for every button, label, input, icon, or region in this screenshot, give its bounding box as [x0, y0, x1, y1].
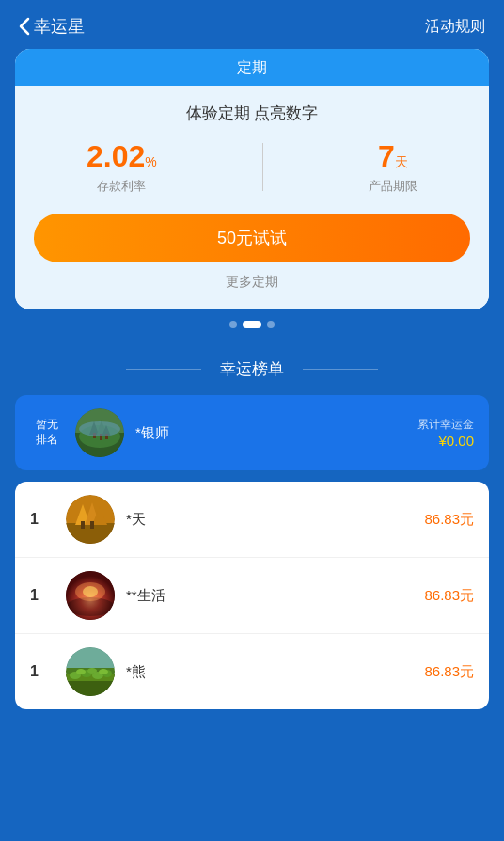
current-rank: 暂无排名 [30, 418, 64, 447]
title-line-left [126, 369, 201, 370]
svg-rect-38 [66, 647, 115, 668]
title-line-right [303, 369, 378, 370]
days-label: 产品期限 [369, 178, 417, 195]
current-user-card: 暂无排名 *银师 累计幸运金 ¥0.00 [15, 395, 489, 470]
product-stats: 2.02% 存款利率 7天 产品期限 [34, 139, 470, 195]
days-value: 7天 [369, 139, 417, 174]
avatar-1 [66, 495, 115, 544]
lb-score: 86.83元 [424, 587, 474, 605]
leaderboard-item: 1 *熊 [15, 634, 489, 709]
carousel-dots [0, 309, 504, 340]
rank-number: 1 [30, 587, 53, 604]
svg-point-36 [87, 668, 97, 674]
rate-label: 存款利率 [87, 178, 157, 195]
leaderboard-item: 1 [15, 558, 489, 634]
current-user-name: *银师 [135, 424, 417, 442]
product-subtitle: 体验定期 点亮数字 [34, 103, 470, 124]
stat-divider [262, 143, 263, 191]
back-button[interactable]: 幸运星 [19, 15, 85, 38]
avatar-2 [66, 571, 115, 620]
score-label: 累计幸运金 [417, 417, 474, 433]
more-link[interactable]: 更多定期 [34, 274, 470, 291]
lb-user-name: *熊 [126, 663, 424, 681]
lucky-section: 幸运榜单 暂无排名 *银师 累计幸运金 ¥0.00 [0, 340, 504, 724]
current-user-score-col: 累计幸运金 ¥0.00 [417, 417, 474, 449]
rank-number: 1 [30, 511, 53, 528]
back-icon [19, 17, 30, 36]
dot-2[interactable] [243, 321, 261, 328]
score-value: ¥0.00 [417, 433, 474, 449]
product-tab-label: 定期 [237, 59, 267, 75]
dot-1[interactable] [229, 321, 237, 328]
days-stat: 7天 产品期限 [369, 139, 417, 195]
product-card: 定期 体验定期 点亮数字 2.02% 存款利率 7天 产品期限 50元试试 更多… [15, 49, 489, 309]
avatar-forest-svg [75, 408, 124, 457]
avatar-3 [66, 647, 115, 696]
lucky-title: 幸运榜单 [220, 358, 284, 380]
lb-user-name: *天 [126, 511, 424, 529]
lb-user-name: **生活 [126, 587, 424, 605]
header: 幸运星 活动规则 [0, 0, 504, 49]
svg-point-24 [83, 586, 98, 597]
lb-score: 86.83元 [424, 511, 474, 529]
leaderboard-list: 1 *天 86.83元 1 [15, 482, 489, 709]
product-tab: 定期 [15, 49, 489, 86]
rate-stat: 2.02% 存款利率 [87, 139, 157, 195]
svg-rect-17 [90, 521, 94, 529]
lb-score: 86.83元 [424, 663, 474, 681]
current-user-avatar [75, 408, 124, 457]
rule-button[interactable]: 活动规则 [425, 17, 485, 37]
leaderboard-item: 1 *天 86.83元 [15, 482, 489, 558]
lucky-title-row: 幸运榜单 [0, 340, 504, 395]
svg-point-35 [76, 669, 86, 674]
page-title: 幸运星 [34, 15, 85, 38]
rank-number: 1 [30, 663, 53, 680]
svg-point-9 [79, 421, 120, 436]
rate-value: 2.02% [87, 139, 157, 174]
try-button[interactable]: 50元试试 [34, 214, 470, 262]
svg-rect-16 [81, 521, 85, 529]
product-body: 体验定期 点亮数字 2.02% 存款利率 7天 产品期限 50元试试 更多定期 [15, 86, 489, 309]
dot-3[interactable] [267, 321, 275, 328]
svg-point-37 [99, 669, 108, 674]
